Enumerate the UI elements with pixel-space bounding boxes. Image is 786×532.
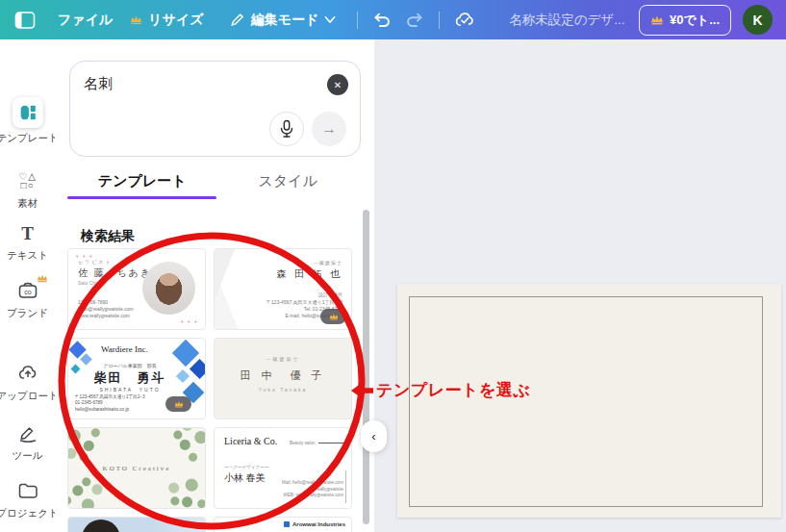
upgrade-label: ¥0でト... (670, 12, 720, 29)
resize-label: リサイズ (148, 12, 203, 29)
leaf-decoration (163, 427, 206, 469)
card-name: 柴田 勇斗 (68, 369, 191, 387)
card-company: Liceria & Co. (224, 436, 277, 446)
card-company: Wardiere Inc. (101, 344, 148, 354)
undo-button[interactable] (371, 10, 393, 31)
panel-collapse-handle[interactable]: ‹ (361, 420, 387, 452)
leaf-decoration (67, 427, 105, 463)
design-page[interactable] (397, 284, 781, 518)
elements-icon: ♡△□○ (15, 168, 40, 193)
file-menu-button[interactable]: ファイル (58, 12, 113, 29)
crown-icon (37, 269, 48, 287)
sidebar-item-projects[interactable]: プロジェクト (0, 478, 55, 520)
template-card-corporate[interactable]: Wardiere Inc. グローバル事業部 部長 柴田 勇斗 SHIBATA … (67, 338, 206, 419)
card-name: 佐 藤 ちあき (78, 266, 152, 280)
tab-styles[interactable]: スタイル (216, 172, 362, 199)
card-header: Arowwai Industries (284, 521, 345, 527)
projects-icon (15, 478, 40, 503)
tab-templates[interactable]: テンプレート (69, 172, 216, 199)
template-card-minimal[interactable]: 一級建築士 田 中 優 子 Yuko Tanaka (214, 338, 352, 419)
sidebar-item-label: テキスト (7, 249, 48, 263)
sidebar-item-label: アップロード (0, 390, 55, 403)
design-title[interactable]: 名称未設定のデザ... (509, 12, 624, 29)
sidebar-item-elements[interactable]: ♡△□○ 素材 (0, 168, 55, 211)
chevron-down-icon (324, 15, 336, 24)
panel-tabs: テンプレート スタイル (69, 172, 361, 199)
microphone-icon (278, 119, 295, 139)
clear-search-button[interactable]: ✕ (327, 74, 348, 95)
sidebar-item-label: ツール (13, 449, 43, 463)
diamond-decoration (190, 359, 206, 379)
template-card-therapist[interactable]: ＋＋＋ ＋＋＋ セラピスト 佐 藤 ちあき Sato Chiaki 123-45… (67, 248, 206, 330)
pencil-icon (229, 12, 245, 28)
pro-crown-badge (165, 396, 191, 412)
search-input[interactable]: 名刺 ✕ → (69, 61, 361, 157)
template-card-architect[interactable]: 一級建築士 森 田 拓 也 設計事務所 〒123-4567 高田市大通り1丁目2… (214, 248, 352, 330)
card-subtitle: グローバル事業部 部長 (68, 363, 191, 368)
design-canvas[interactable] (374, 39, 786, 532)
crown-icon (650, 14, 664, 25)
page-border-frame (409, 296, 763, 507)
cloud-sync-icon[interactable] (453, 9, 476, 32)
text-icon: T (15, 220, 40, 245)
redo-button[interactable] (404, 10, 425, 31)
card-name: 田 中 優 子 (215, 368, 351, 383)
chevron-left-icon: ‹ (371, 429, 375, 443)
portrait-photo (82, 519, 120, 532)
svg-text:co: co (24, 289, 32, 295)
card-name: 小林 春美 (224, 471, 266, 485)
card-name: KOTO Creative (68, 465, 205, 472)
card-subtitle: 一級建築士 (314, 260, 342, 266)
rule-line (345, 470, 346, 503)
card-office: 設計事務所 (318, 291, 342, 297)
template-card-botanical[interactable]: KOTO Creative (67, 427, 206, 509)
sidebar-item-tools[interactable]: ツール (0, 420, 55, 463)
plus-decoration: ＋＋＋ (179, 317, 199, 326)
leaf-decoration (163, 469, 206, 509)
uploads-icon (15, 361, 40, 386)
card-subtitle: ーヘアーデザイナーー (224, 465, 269, 469)
sidebar-item-label: テンプレート (0, 132, 55, 145)
sidebar-item-label: プロジェクト (0, 507, 55, 520)
upgrade-button[interactable]: ¥0でト... (639, 5, 731, 36)
card-company: Arowwai Industries (292, 521, 345, 527)
card-subtitle: 一級建築士 (215, 356, 351, 362)
sidebar-item-label: 素材 (17, 197, 38, 211)
sidebar-item-uploads[interactable]: アップロード (0, 361, 55, 403)
templates-icon (13, 97, 43, 128)
card-romaji: SHIBATA YUTO (68, 387, 191, 393)
card-romaji: Yuko Tanaka (215, 387, 351, 393)
company-logo (284, 521, 290, 527)
panel-scrollbar[interactable] (363, 210, 369, 524)
edit-mode-button[interactable]: 編集モード (229, 12, 337, 29)
voice-search-button[interactable] (269, 112, 304, 146)
card-subtitle: セラピスト (78, 259, 113, 265)
rule-line (318, 443, 347, 443)
resize-button[interactable]: リサイズ (130, 12, 203, 29)
sidebar-toggle-icon[interactable] (13, 9, 37, 32)
sidebar-item-templates[interactable]: テンプレート (0, 97, 55, 145)
account-avatar[interactable]: K (743, 5, 773, 35)
template-card-photo[interactable] (67, 517, 206, 532)
brand-icon: co (15, 278, 40, 303)
close-icon: ✕ (334, 80, 342, 90)
card-name: 森 田 拓 也 (277, 267, 343, 281)
template-card-salon[interactable]: Liceria & Co. Beauty salon ーヘアーデザイナーー 小林… (214, 427, 352, 509)
card-contact-lines: Mail: hello@reallygreatsite.com @reallyg… (282, 480, 343, 499)
card-romaji: Sato Chiaki (78, 280, 103, 286)
edit-mode-label: 編集モード (251, 12, 319, 29)
sidebar-item-brand[interactable]: co ブランド (0, 278, 55, 320)
templates-panel: 名刺 ✕ → テンプレート スタイル 検索結果 ＋＋＋ ＋＋＋ セラピスト 佐 … (55, 39, 374, 532)
tools-icon (15, 420, 40, 445)
sidebar-nav: テンプレート ♡△□○ 素材 T テキスト co ブランド アップロード ツール… (0, 39, 55, 532)
card-tagline: Beauty salon (290, 441, 316, 445)
crown-icon (130, 14, 142, 25)
search-submit-button[interactable]: → (312, 112, 346, 146)
arrow-right-icon: → (321, 120, 337, 138)
pro-crown-badge (320, 309, 346, 324)
file-menu-label: ファイル (58, 12, 113, 29)
sidebar-item-text[interactable]: T テキスト (0, 220, 55, 263)
card-contact-lines: 〒123-4567 高田市大通り1丁目2−3 01-2345-6789 hell… (75, 394, 145, 413)
template-card-industries[interactable]: Arowwai Industries (214, 517, 352, 532)
toolbar-divider (439, 12, 440, 29)
